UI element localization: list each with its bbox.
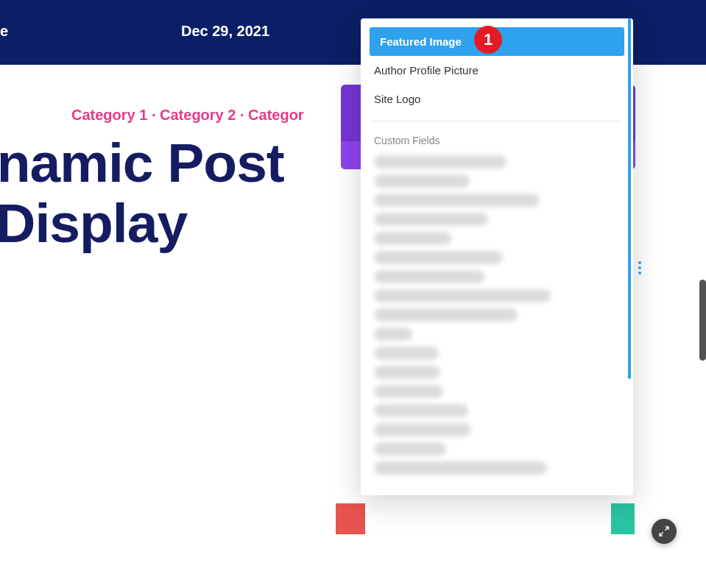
post-title-line2: ill Display bbox=[0, 193, 187, 254]
blurred-custom-field[interactable] bbox=[374, 423, 471, 436]
discard-button-partial[interactable] bbox=[336, 503, 365, 534]
dropdown-scrollbar[interactable] bbox=[628, 18, 631, 379]
blurred-custom-field[interactable] bbox=[374, 174, 470, 188]
blurred-custom-field[interactable] bbox=[374, 366, 440, 379]
author-label-cut: e bbox=[0, 23, 8, 40]
post-date: Dec 29, 2021 bbox=[181, 23, 269, 40]
post-title-line1: ynamic Post bbox=[0, 132, 284, 194]
expand-panel-icon[interactable] bbox=[652, 519, 677, 544]
blurred-custom-field[interactable] bbox=[374, 155, 506, 169]
blurred-custom-field[interactable] bbox=[374, 442, 446, 456]
blurred-custom-field[interactable] bbox=[374, 385, 443, 398]
panel-more-icon[interactable] bbox=[636, 88, 639, 102]
blurred-custom-field[interactable] bbox=[374, 270, 484, 283]
dynamic-content-dropdown: Featured Image Author Profile Picture Si… bbox=[361, 18, 633, 495]
blurred-custom-field[interactable] bbox=[374, 251, 503, 264]
blurred-custom-field[interactable] bbox=[374, 213, 488, 226]
dropdown-section-custom-fields: Custom Fields bbox=[361, 129, 633, 149]
blurred-custom-field[interactable] bbox=[374, 232, 451, 245]
module-more-icon[interactable] bbox=[636, 261, 643, 274]
blurred-custom-field[interactable] bbox=[374, 308, 518, 322]
blurred-custom-field[interactable] bbox=[374, 461, 547, 475]
dropdown-divider bbox=[373, 121, 621, 121]
annotation-step-badge: 1 bbox=[474, 26, 502, 54]
blurred-custom-field[interactable] bbox=[374, 347, 439, 360]
blurred-custom-field[interactable] bbox=[374, 404, 468, 417]
post-categories[interactable]: Category 1 · Category 2 · Categor bbox=[71, 107, 366, 124]
save-button-partial[interactable] bbox=[611, 503, 635, 534]
blurred-custom-field[interactable] bbox=[374, 194, 540, 207]
dropdown-item-site-logo[interactable]: Site Logo bbox=[361, 85, 633, 113]
blurred-custom-field[interactable] bbox=[374, 327, 412, 341]
page-scrollbar[interactable] bbox=[699, 280, 706, 361]
blurred-custom-field[interactable] bbox=[374, 289, 551, 302]
dropdown-item-author-profile-picture[interactable]: Author Profile Picture bbox=[361, 56, 633, 85]
